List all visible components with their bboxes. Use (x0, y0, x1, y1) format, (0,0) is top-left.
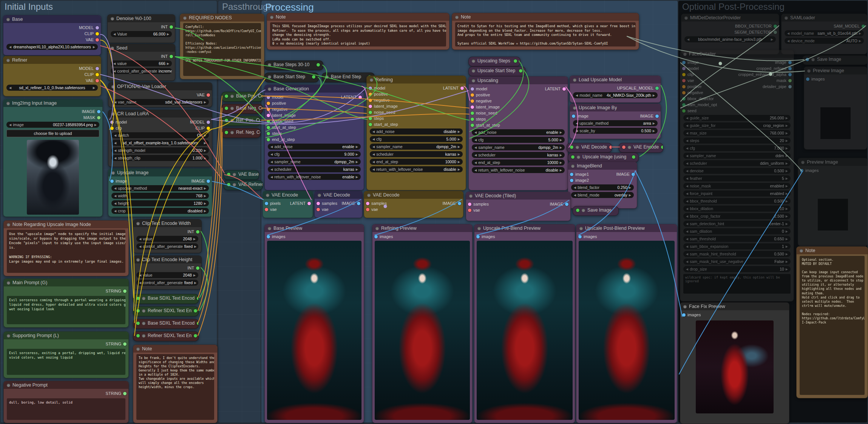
node-header[interactable]: VAE Encode (619, 143, 663, 151)
increment-arrow[interactable]: ▶ (786, 154, 788, 158)
output-slot-BBOX_DETECTOR[interactable]: BBOX_DETECTOR (734, 23, 777, 29)
note-text[interactable]: ComfyRoll: https://github.com/RockOfFire… (183, 23, 261, 76)
increment-arrow[interactable]: ▶ (653, 129, 655, 133)
images-pin[interactable] (267, 235, 270, 238)
input-slot-image1[interactable]: image1 (570, 171, 589, 177)
output-slot-MASK[interactable]: MASK (82, 115, 100, 121)
node-base-sdxl-encode-neg[interactable]: Base SDXL Text Encod (133, 319, 199, 329)
node-ref-neg-cond[interactable]: Ref. Neg. Cond. (221, 128, 261, 138)
collapse-dot[interactable] (801, 161, 805, 164)
IMAGE-pin[interactable] (632, 173, 635, 176)
output-slot-IMAGE[interactable]: IMAGE (192, 178, 210, 184)
decrement-arrow[interactable]: ◀ (114, 141, 116, 145)
noise_seed-pin[interactable] (267, 120, 270, 123)
collapse-dot[interactable] (7, 334, 10, 337)
widget-return_with_leftover_noise[interactable]: ◀return_with_leftover_noisedisable▶ (472, 167, 565, 173)
widget-denoise[interactable]: ◀denoise0.500▶ (683, 168, 791, 174)
output-slot-MODEL[interactable]: MODEL (190, 119, 210, 125)
node-header[interactable]: Face Fix Preview (680, 303, 789, 310)
decrement-arrow[interactable]: ◀ (686, 177, 688, 180)
IMAGE-pin[interactable] (458, 202, 461, 205)
decrement-arrow[interactable]: ◀ (139, 274, 141, 277)
input-slot-images[interactable]: images (578, 234, 597, 240)
collapse-dot[interactable] (800, 249, 803, 252)
collapse-dot[interactable] (136, 347, 140, 351)
widget-blend_factor[interactable]: ◀blend_factor0.250▶ (571, 184, 634, 190)
widget-value[interactable]: ◀value2048▶ (136, 236, 198, 242)
decrement-arrow[interactable]: ◀ (113, 70, 116, 73)
node-header[interactable]: Ref. Pos. Cond. (222, 116, 261, 124)
node-load-upscale-model[interactable]: Load Upscale ModelUPSCALE_MODEL◀model_na… (570, 76, 661, 103)
collapse-dot[interactable] (268, 63, 271, 67)
widget-scheduler[interactable]: ◀schedulerkarras▶ (472, 152, 565, 158)
node-header[interactable]: Img2Img Input Image (3, 99, 102, 107)
node-denoise[interactable]: Denoise %0-100INT◀Value66.000▶ (107, 14, 175, 43)
MODEL-pin[interactable] (96, 26, 99, 29)
input-slot-model[interactable]: model (471, 86, 500, 92)
increment-arrow[interactable]: ▶ (786, 162, 788, 165)
increment-arrow[interactable]: ▶ (786, 147, 788, 150)
increment-arrow[interactable]: ▶ (458, 168, 460, 171)
output-slot-IMAGE[interactable]: IMAGE (616, 171, 635, 177)
collapse-dot[interactable] (785, 16, 788, 20)
widget-add_noise[interactable]: ◀add_noiseenable▶ (472, 129, 565, 135)
decrement-arrow[interactable]: ◀ (474, 131, 477, 134)
increment-arrow[interactable]: ▶ (629, 193, 631, 197)
note-text[interactable]: Optional section. MUTED BY DEFAULT Can k… (800, 256, 865, 395)
increment-arrow[interactable]: ▶ (786, 252, 788, 256)
node-base-pos-cond[interactable]: Base Pos. Cond. (221, 92, 263, 102)
input-slot-positive[interactable]: positive (267, 100, 296, 106)
collapse-dot[interactable] (325, 75, 329, 79)
increment-arrow[interactable]: ▶ (204, 187, 206, 190)
images-pin[interactable] (806, 77, 809, 81)
widget-model_name[interactable]: ◀model_namesam_vit_b_01ec64.pth▶ (785, 30, 864, 36)
input-slot-vae[interactable]: vae (468, 207, 489, 213)
node-header[interactable]: VAE Base (224, 170, 259, 178)
node-vae-encode[interactable]: VAE EncodepixelsvaeLATENT (263, 191, 313, 218)
negative-pin[interactable] (267, 108, 270, 111)
collapse-dot[interactable] (811, 58, 815, 61)
collapse-dot[interactable] (6, 18, 10, 21)
increment-arrow[interactable]: ▶ (356, 175, 358, 179)
UPSCALE_MODEL-pin[interactable] (655, 87, 659, 90)
vae-pin[interactable] (366, 208, 369, 211)
positive-pin[interactable] (471, 93, 474, 97)
decrement-arrow[interactable]: ◀ (574, 186, 576, 189)
node-base-start-step[interactable]: Base Start Step (264, 73, 319, 82)
input-slot-latent_image[interactable]: latent_image (267, 112, 296, 118)
node-header[interactable]: Refiner SDXL Text En (133, 332, 199, 339)
decrement-arrow[interactable]: ◀ (113, 32, 116, 36)
decrement-arrow[interactable]: ◀ (686, 139, 688, 142)
node-samloader[interactable]: SAMLoaderSAM_MODEL◀model_namesam_vit_b_0… (781, 14, 867, 54)
widget-vae_name[interactable]: ◀vae_namesdxl_vae.safetensors▶ (111, 99, 209, 105)
output-slot-VAE[interactable]: VAE (79, 37, 99, 43)
input-slot-start_at_step[interactable]: start_at_step (267, 124, 296, 130)
decrement-arrow[interactable]: ◀ (576, 122, 578, 125)
output-slot-STRING[interactable]: STRING (105, 390, 127, 396)
collapse-dot[interactable] (367, 193, 371, 197)
increment-arrow[interactable]: ▶ (786, 260, 788, 263)
widget-blend_mode[interactable]: ◀blend_modeoverlay▶ (571, 192, 634, 198)
increment-arrow[interactable]: ▶ (786, 116, 788, 120)
input-slot-noise_seed[interactable]: noise_seed (267, 118, 296, 124)
decrement-arrow[interactable]: ◀ (686, 268, 688, 271)
collapse-dot[interactable] (111, 85, 115, 88)
samples-pin[interactable] (468, 203, 471, 206)
increment-arrow[interactable]: ▶ (786, 222, 788, 226)
increment-arrow[interactable]: ▶ (356, 153, 358, 156)
BBOX_DETECTOR-pin[interactable] (774, 25, 777, 28)
image-pin[interactable] (788, 61, 792, 64)
model-pin[interactable] (682, 67, 686, 70)
input-slot-images[interactable]: images (806, 76, 825, 82)
increment-arrow[interactable]: ▶ (356, 168, 358, 171)
note-text[interactable]: Use the "upscale image" node to specify … (7, 230, 125, 273)
collapse-dot[interactable] (233, 183, 236, 186)
increment-arrow[interactable]: ▶ (786, 124, 788, 127)
bbox_detector-pin[interactable] (682, 97, 686, 101)
increment-arrow[interactable]: ▶ (356, 160, 358, 164)
output-slot-IMAGE[interactable]: IMAGE (82, 108, 100, 115)
decrement-arrow[interactable]: ◀ (686, 162, 688, 165)
output-pin[interactable] (609, 145, 612, 149)
increment-arrow[interactable]: ▶ (859, 32, 861, 35)
collapse-dot[interactable] (469, 194, 473, 198)
